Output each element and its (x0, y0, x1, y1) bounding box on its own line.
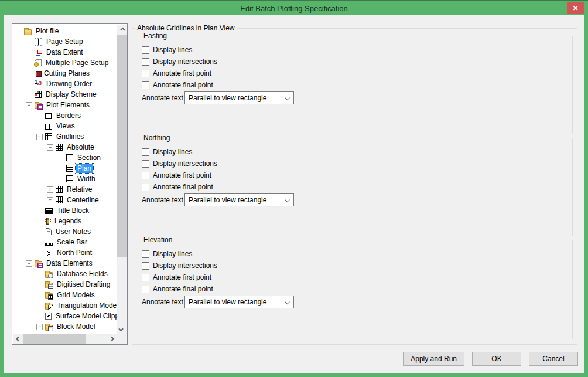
tree-horizontal-scrollbar[interactable] (13, 334, 117, 344)
tree-item-plan[interactable]: Plan (13, 163, 117, 174)
tree-item-cutting-planes[interactable]: Cutting Planes (13, 68, 117, 79)
checkbox-row-display-intersections[interactable]: Display intersections (142, 261, 217, 270)
tree-item-width[interactable]: Width (13, 174, 117, 184)
annotate-text-dropdown[interactable]: Parallel to view rectangle (184, 296, 294, 308)
tree-item-plot-elements[interactable]: −Plot Elements (13, 100, 117, 110)
tree-item-label[interactable]: Block Model (55, 322, 97, 331)
annotate-text-dropdown[interactable]: Parallel to view rectangle (184, 91, 294, 104)
checkbox[interactable] (142, 184, 149, 191)
checkbox-row-annotate-final-point[interactable]: Annotate final point (142, 284, 213, 294)
tree-item-absolute[interactable]: −Absolute (13, 142, 117, 152)
tree-item-label[interactable]: North Point (55, 248, 94, 257)
checkbox[interactable] (142, 70, 149, 77)
tree-item-label[interactable]: Scale Bar (55, 237, 89, 247)
tree-item-data-elements[interactable]: −Data Elements (13, 258, 117, 269)
tree-item-label[interactable]: Drawing Order (45, 79, 94, 89)
tree-item-label[interactable]: Page Setup (45, 37, 85, 46)
checkbox[interactable] (142, 160, 149, 168)
scroll-up-button[interactable] (117, 25, 127, 35)
tree-item-label[interactable]: Grid Models (55, 290, 97, 300)
tree-item-label[interactable]: Surface Model Clipping (54, 311, 117, 321)
expand-icon[interactable]: + (47, 186, 53, 193)
tree-item-label[interactable]: Legends (53, 216, 83, 226)
tree-item-label[interactable]: Plan (76, 164, 93, 173)
tree-item-label[interactable]: Data Elements (45, 259, 94, 268)
checkbox-row-annotate-first-point[interactable]: Annotate first point (142, 69, 211, 78)
checkbox-row-display-intersections[interactable]: Display intersections (142, 57, 217, 66)
tree-item-views[interactable]: Views (13, 121, 117, 131)
checkbox-row-display-lines[interactable]: Display lines (142, 249, 192, 259)
tree-item-user-notes[interactable]: User Notes (13, 226, 117, 237)
annotate-text-dropdown[interactable]: Parallel to view rectangle (184, 193, 294, 206)
checkbox[interactable] (142, 274, 149, 281)
cancel-button[interactable]: Cancel (529, 352, 578, 366)
tree-item-label[interactable]: Title Block (55, 206, 91, 215)
expand-icon[interactable]: + (47, 197, 53, 203)
scroll-down-button[interactable] (117, 324, 127, 334)
tree-item-label[interactable]: Width (76, 174, 97, 184)
vertical-scroll-thumb[interactable] (117, 35, 127, 257)
checkbox[interactable] (142, 286, 149, 293)
checkbox-row-annotate-first-point[interactable]: Annotate first point (142, 273, 211, 282)
tree-item-label[interactable]: Borders (54, 111, 83, 120)
collapse-icon[interactable]: − (26, 260, 32, 267)
tree-item-page-setup[interactable]: Page Setup (13, 36, 117, 47)
tree-vertical-scrollbar[interactable] (117, 25, 127, 334)
tree-item-borders[interactable]: Borders (13, 110, 117, 121)
ok-button[interactable]: OK (472, 352, 521, 366)
tree-item-label[interactable]: Triangulation Models (55, 301, 117, 310)
checkbox[interactable] (142, 81, 149, 89)
tree-item-section[interactable]: Section (13, 152, 117, 163)
tree-item-label[interactable]: Absolute (65, 142, 96, 152)
tree-item-digitised-drafting[interactable]: Digitised Drafting (13, 279, 117, 290)
tree-item-label[interactable]: Plot file (34, 26, 60, 36)
tree-item-relative[interactable]: +Relative (13, 184, 117, 195)
collapse-icon[interactable]: − (47, 144, 53, 151)
tree-item-label[interactable]: Data Extent (45, 47, 85, 57)
collapse-icon[interactable]: − (36, 324, 43, 330)
tree-item-triangulation-models[interactable]: Triangulation Models (13, 300, 117, 311)
tree-item-centerline[interactable]: +Centerline (13, 195, 117, 205)
tree-item-legends[interactable]: Legends (13, 216, 117, 226)
checkbox-row-annotate-final-point[interactable]: Annotate final point (142, 182, 213, 192)
scroll-left-button[interactable] (13, 334, 23, 344)
checkbox-row-display-intersections[interactable]: Display intersections (142, 159, 217, 168)
tree-item-title-block[interactable]: Title Block (13, 205, 117, 216)
checkbox[interactable] (142, 46, 149, 54)
tree-item-label[interactable]: Digitised Drafting (55, 280, 112, 289)
tree-item-surface-model-clipping[interactable]: Surface Model Clipping (13, 311, 117, 321)
tree-item-multiple-page-setup[interactable]: Multiple Page Setup (13, 57, 117, 68)
tree-item-data-extent[interactable]: Data Extent (13, 47, 117, 57)
checkbox[interactable] (142, 148, 149, 156)
tree-item-block-model[interactable]: −Block Model (13, 321, 117, 332)
tree-item-label[interactable]: Relative (65, 185, 94, 194)
tree-item-label[interactable]: Database Fields (55, 269, 110, 278)
tree-item-label[interactable]: Section (76, 153, 102, 162)
collapse-icon[interactable]: − (26, 102, 32, 108)
tree-item-gridlines[interactable]: −Gridlines (13, 131, 117, 142)
close-button[interactable]: ✕ (567, 2, 584, 14)
checkbox-row-display-lines[interactable]: Display lines (142, 147, 192, 157)
tree-item-plot-file[interactable]: Plot file (13, 26, 117, 36)
tree-item-label[interactable]: Plot Elements (45, 100, 91, 110)
tree-item-label[interactable]: Cutting Planes (42, 69, 91, 78)
tree-item-display-scheme[interactable]: Display Scheme (13, 89, 117, 100)
checkbox[interactable] (142, 172, 149, 179)
collapse-icon[interactable]: − (36, 134, 43, 140)
tree-item-database-fields[interactable]: Database Fields (13, 269, 117, 279)
apply-and-run-button[interactable]: Apply and Run (403, 352, 464, 366)
checkbox-row-annotate-first-point[interactable]: Annotate first point (142, 171, 211, 180)
tree-item-drawing-order[interactable]: Drawing Order (13, 79, 117, 89)
checkbox-row-display-lines[interactable]: Display lines (142, 45, 192, 55)
scroll-right-button[interactable] (107, 334, 117, 344)
checkbox[interactable] (142, 262, 149, 270)
tree-item-label[interactable]: Views (54, 121, 77, 131)
checkbox[interactable] (142, 250, 149, 258)
tree-item-label[interactable]: User Notes (54, 227, 93, 236)
tree-item-label[interactable]: Multiple Page Setup (44, 58, 110, 67)
horizontal-scroll-thumb[interactable] (23, 334, 86, 344)
tree-item-north-point[interactable]: North Point (13, 247, 117, 258)
tree-item-label[interactable]: Gridlines (54, 132, 86, 141)
tree-item-label[interactable]: Centerline (65, 195, 101, 205)
tree-item-label[interactable]: Display Scheme (44, 90, 98, 99)
